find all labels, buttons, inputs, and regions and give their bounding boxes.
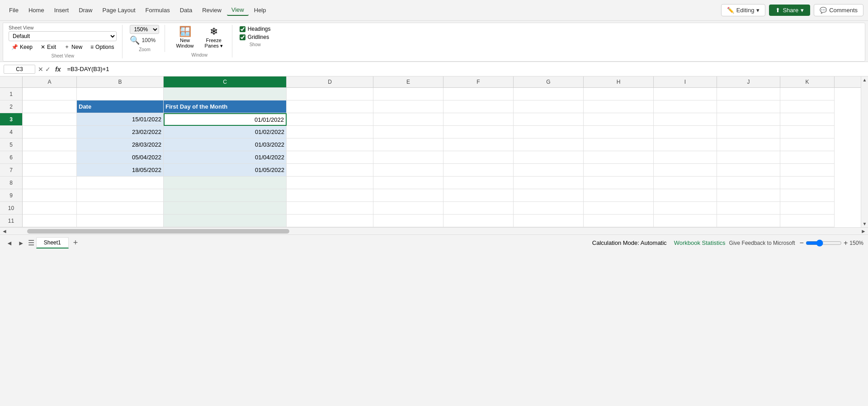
nav-prev-button[interactable]: ◄ (5, 239, 14, 248)
cell-e2[interactable] (373, 100, 443, 113)
cell-i6[interactable] (654, 151, 717, 164)
cell-g6[interactable] (514, 151, 584, 164)
cell-reference-input[interactable] (4, 65, 35, 74)
row-header-9[interactable]: 9 (0, 189, 23, 202)
row-header-8[interactable]: 8 (0, 177, 23, 189)
cell-g8[interactable] (514, 177, 584, 189)
menu-view[interactable]: View (227, 5, 249, 16)
col-header-e[interactable]: E (373, 76, 443, 87)
cell-a4[interactable] (23, 126, 77, 139)
cell-e1[interactable] (373, 88, 443, 100)
freeze-panes-button[interactable]: ❄ FreezePanes ▾ (201, 25, 226, 51)
cell-c4[interactable]: 01/02/2022 (164, 126, 287, 139)
new-window-button[interactable]: 🪟 NewWindow (172, 25, 197, 51)
cell-a3[interactable] (23, 113, 77, 126)
cell-d7[interactable] (287, 164, 373, 177)
col-header-h[interactable]: H (584, 76, 654, 87)
row-header-7[interactable]: 7 (0, 164, 23, 177)
cell-i8[interactable] (654, 177, 717, 189)
cell-e10[interactable] (373, 202, 443, 215)
cell-j11[interactable] (717, 215, 780, 227)
cell-c9[interactable] (164, 189, 287, 202)
cell-d2[interactable] (287, 100, 373, 113)
cell-g5[interactable] (514, 139, 584, 151)
cell-i10[interactable] (654, 202, 717, 215)
zoom-select[interactable]: 150% (130, 25, 159, 34)
vertical-scrollbar[interactable]: ▲ ▼ (861, 76, 868, 227)
cell-g3[interactable] (514, 113, 584, 126)
confirm-formula-icon[interactable]: ✓ (45, 66, 51, 73)
cell-k4[interactable] (780, 126, 835, 139)
cell-k1[interactable] (780, 88, 835, 100)
menu-review[interactable]: Review (198, 5, 226, 15)
cell-k7[interactable] (780, 164, 835, 177)
cell-d8[interactable] (287, 177, 373, 189)
cell-b1[interactable] (77, 88, 164, 100)
menu-draw[interactable]: Draw (74, 5, 97, 15)
editing-button[interactable]: ✏️ Editing ▾ (721, 4, 766, 16)
cell-b5[interactable]: 28/03/2022 (77, 139, 164, 151)
cell-i1[interactable] (654, 88, 717, 100)
cancel-formula-icon[interactable]: ✕ (38, 66, 43, 73)
zoom-slider[interactable] (806, 239, 842, 247)
cell-d9[interactable] (287, 189, 373, 202)
scroll-thumb[interactable] (27, 229, 289, 234)
headings-checkbox[interactable] (240, 26, 245, 32)
menu-insert[interactable]: Insert (50, 5, 74, 15)
cell-j8[interactable] (717, 177, 780, 189)
row-header-2[interactable]: 2 (0, 100, 23, 113)
cell-f1[interactable] (443, 88, 514, 100)
scroll-right-arrow[interactable]: ► (859, 228, 868, 234)
cell-d3[interactable] (287, 113, 373, 126)
nav-next-button[interactable]: ► (16, 239, 26, 248)
zoom-plus-button[interactable]: + (844, 239, 848, 247)
menu-help[interactable]: Help (250, 5, 271, 15)
cell-c2[interactable]: First Day of the Month (164, 100, 287, 113)
col-header-b[interactable]: B (77, 76, 164, 87)
row-header-1[interactable]: 1 (0, 88, 23, 100)
cell-k9[interactable] (780, 189, 835, 202)
cell-c11[interactable] (164, 215, 287, 227)
row-header-5[interactable]: 5 (0, 139, 23, 151)
cell-i9[interactable] (654, 189, 717, 202)
cell-g10[interactable] (514, 202, 584, 215)
exit-button[interactable]: ✕ Exit (38, 43, 59, 51)
formula-input[interactable] (65, 65, 864, 73)
cell-b11[interactable] (77, 215, 164, 227)
menu-data[interactable]: Data (175, 5, 197, 15)
col-header-k[interactable]: K (780, 76, 835, 87)
cell-h9[interactable] (584, 189, 654, 202)
zoom-minus-button[interactable]: − (800, 239, 804, 247)
comments-button[interactable]: 💬 Comments (814, 4, 863, 16)
cell-e8[interactable] (373, 177, 443, 189)
cell-d10[interactable] (287, 202, 373, 215)
scroll-down-arrow[interactable]: ▼ (863, 221, 867, 226)
cell-k6[interactable] (780, 151, 835, 164)
cell-k5[interactable] (780, 139, 835, 151)
cell-f4[interactable] (443, 126, 514, 139)
row-header-4[interactable]: 4 (0, 126, 23, 139)
row-header-11[interactable]: 11 (0, 215, 23, 227)
cell-g4[interactable] (514, 126, 584, 139)
workbook-stats-label[interactable]: Workbook Statistics (674, 239, 726, 246)
cell-c10[interactable] (164, 202, 287, 215)
col-header-j[interactable]: J (717, 76, 780, 87)
cell-e5[interactable] (373, 139, 443, 151)
cell-k11[interactable] (780, 215, 835, 227)
horizontal-scrollbar[interactable]: ◄ ► (0, 227, 868, 234)
cell-j10[interactable] (717, 202, 780, 215)
cell-d11[interactable] (287, 215, 373, 227)
cell-h11[interactable] (584, 215, 654, 227)
cell-c3[interactable]: 01/01/2022 (164, 113, 287, 126)
cell-k2[interactable] (780, 100, 835, 113)
cell-i5[interactable] (654, 139, 717, 151)
cell-h8[interactable] (584, 177, 654, 189)
cell-c6[interactable]: 01/04/2022 (164, 151, 287, 164)
cell-d1[interactable] (287, 88, 373, 100)
sheet1-tab[interactable]: Sheet1 (36, 237, 69, 248)
cell-f2[interactable] (443, 100, 514, 113)
menu-home[interactable]: Home (24, 5, 49, 15)
cell-g11[interactable] (514, 215, 584, 227)
cell-j9[interactable] (717, 189, 780, 202)
cell-h6[interactable] (584, 151, 654, 164)
